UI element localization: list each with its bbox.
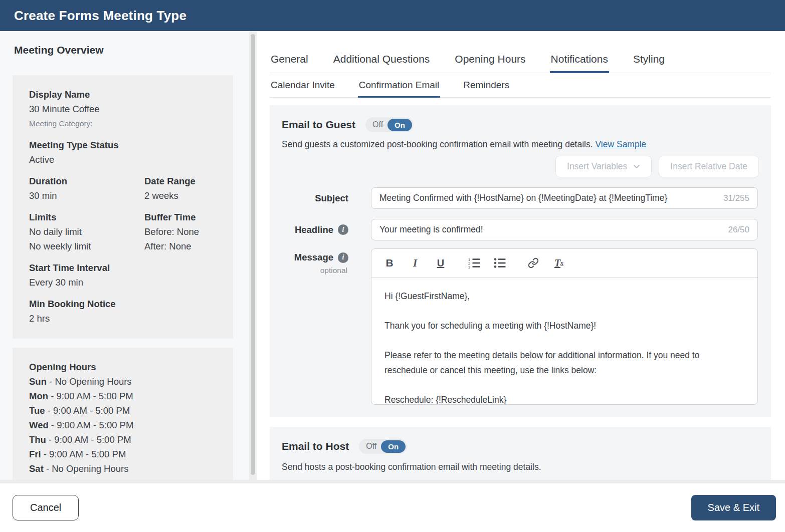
opening-hours-row: Thu - 9:00 AM - 5:00 PM (29, 432, 223, 447)
opening-hours-label: Opening Hours (29, 360, 223, 374)
overview-card: Display Name 30 Minute Coffee Meeting Ca… (13, 75, 233, 339)
tab-styling[interactable]: Styling (632, 53, 666, 73)
sidebar-title: Meeting Overview (0, 31, 257, 56)
tab-opening-hours[interactable]: Opening Hours (454, 53, 526, 73)
display-name-label: Display Name (29, 87, 223, 102)
page-title: Create Forms Meeting Type (0, 8, 186, 24)
opening-hours-row: Sun - No Opening Hours (29, 374, 223, 389)
opening-hours-row: Sat - No Opening Hours (29, 461, 223, 476)
limits-block: Limits No daily limit No weekly limit (29, 210, 144, 253)
main-tabs: General Additional Questions Opening Hou… (270, 53, 771, 73)
create-meeting-type-dialog: Create Forms Meeting Type Meeting Overvi… (0, 0, 785, 532)
opening-hours-row: Wed - 9:00 AM - 5:00 PM (29, 418, 223, 432)
subject-input[interactable] (379, 193, 719, 203)
email-to-guest-section: Email to Guest Off On Send guests a cust… (270, 105, 771, 417)
view-sample-link[interactable]: View Sample (595, 139, 646, 149)
display-name-value: 30 Minute Coffee (29, 102, 223, 116)
headline-label: Headline (295, 224, 333, 235)
opening-hours-row: Fri - 9:00 AM - 5:00 PM (29, 447, 223, 461)
bold-icon[interactable]: B (383, 255, 396, 271)
insert-variables-button[interactable]: Insert Variables (555, 156, 652, 177)
editor-toolbar: B I U 1 2 3 (371, 249, 757, 278)
save-exit-button[interactable]: Save & Exit (691, 495, 776, 520)
email-to-host-title: Email to Host (282, 440, 349, 452)
email-to-guest-toggle[interactable]: Off On (365, 117, 414, 132)
host-email-description: Send hosts a post-booking confirmation e… (282, 462, 759, 472)
main-panel: General Additional Questions Opening Hou… (257, 31, 785, 480)
opening-hours-row: Tue - 9:00 AM - 5:00 PM (29, 403, 223, 418)
headline-row: Headline i 26/50 (282, 219, 759, 240)
footer-bar: Cancel Save & Exit (0, 480, 785, 532)
subject-field: 31/255 (371, 187, 758, 209)
subject-char-counter: 31/255 (723, 193, 749, 203)
email-to-host-toggle[interactable]: Off On (359, 439, 407, 454)
meeting-overview-panel: Meeting Overview Display Name 30 Minute … (0, 31, 257, 480)
subtab-calendar-invite[interactable]: Calendar Invite (270, 80, 336, 97)
message-body[interactable]: Hi {!GuestFirstName}, Thank you for sche… (371, 278, 757, 405)
insert-buttons-row: Insert Variables Insert Relative Date (282, 156, 759, 177)
tab-notifications[interactable]: Notifications (550, 53, 609, 73)
ordered-list-icon[interactable]: 1 2 3 (468, 255, 480, 271)
notification-subtabs: Calendar Invite Confirmation Email Remin… (270, 80, 771, 98)
toggle-on-label: On (387, 119, 412, 131)
start-time-interval-value: Every 30 min (29, 275, 223, 290)
date-range-block: Date Range 2 weeks (144, 174, 223, 203)
insert-relative-date-button[interactable]: Insert Relative Date (659, 156, 759, 177)
message-editor: B I U 1 2 3 (371, 248, 758, 405)
subtab-reminders[interactable]: Reminders (462, 80, 510, 97)
tab-additional-questions[interactable]: Additional Questions (332, 53, 431, 73)
tab-general[interactable]: General (270, 53, 309, 73)
cancel-button[interactable]: Cancel (13, 495, 79, 520)
italic-icon[interactable]: I (409, 255, 421, 271)
email-to-guest-title: Email to Guest (282, 119, 355, 131)
buffer-time-block: Buffer Time Before: None After: None (144, 210, 223, 253)
email-to-host-section: Email to Host Off On Send hosts a post-b… (270, 427, 771, 480)
message-info-icon[interactable]: i (338, 252, 348, 263)
subject-label: Subject (315, 193, 348, 204)
underline-icon[interactable]: U (435, 255, 447, 271)
clear-formatting-icon[interactable]: Tx (553, 255, 565, 271)
status-label: Meeting Type Status (29, 138, 223, 152)
headline-input[interactable] (379, 224, 724, 235)
headline-field: 26/50 (371, 219, 758, 240)
status-value: Active (29, 152, 223, 167)
link-icon[interactable] (527, 255, 539, 271)
chevron-down-icon (633, 164, 640, 169)
toggle-off-label: Off (366, 442, 376, 451)
svg-text:3: 3 (468, 265, 470, 269)
sidebar-scrollbar-thumb[interactable] (251, 34, 255, 475)
message-row: Message i optional B I U 1 (282, 248, 759, 405)
opening-hours-card: Opening Hours Sun - No Opening Hours Mon… (13, 348, 233, 480)
subject-row: Subject 31/255 (282, 187, 759, 209)
min-booking-notice-label: Min Booking Notice (29, 297, 223, 311)
headline-char-counter: 26/50 (728, 225, 749, 235)
duration-block: Duration 30 min (29, 174, 144, 203)
toggle-off-label: Off (372, 120, 383, 129)
headline-info-icon[interactable]: i (338, 224, 348, 235)
message-label: Message (294, 252, 333, 263)
meeting-category-label: Meeting Category: (29, 116, 223, 131)
sidebar-scrollbar[interactable] (249, 31, 257, 480)
min-booking-notice-value: 2 hrs (29, 311, 223, 326)
opening-hours-row: Mon - 9:00 AM - 5:00 PM (29, 389, 223, 403)
bullet-list-icon[interactable] (494, 255, 506, 271)
message-optional-label: optional (320, 266, 347, 275)
title-bar: Create Forms Meeting Type (0, 0, 785, 31)
guest-email-description: Send guests a customized post-booking co… (282, 139, 759, 150)
start-time-interval-label: Start Time Interval (29, 260, 223, 275)
toggle-on-label: On (381, 440, 406, 453)
subtab-confirmation-email[interactable]: Confirmation Email (358, 80, 441, 97)
